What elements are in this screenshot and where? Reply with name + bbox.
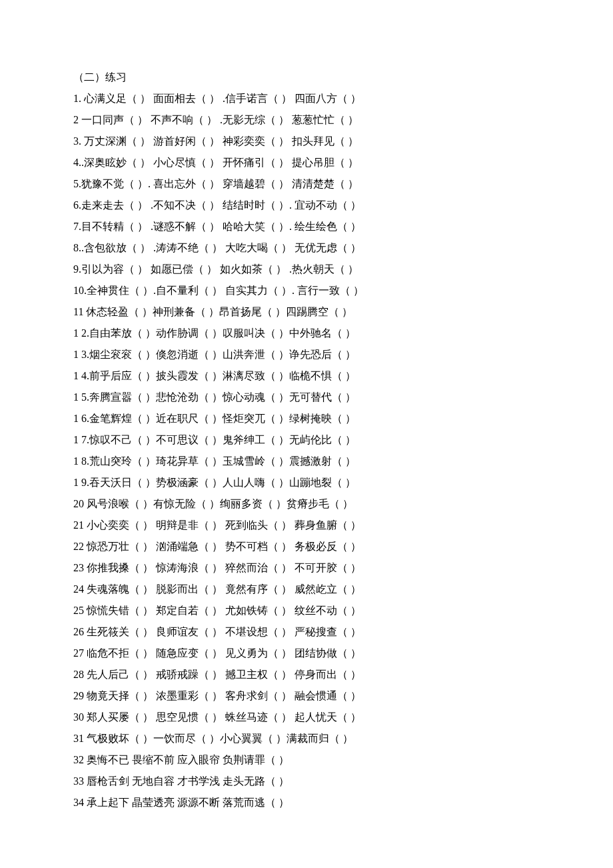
exercise-line: 10.全神贯住（ ）.自不量利（ ） 自实其力（ ）. 言行一致（ ） (73, 280, 573, 301)
exercise-line: 26 生死筱关（ ） 良师谊友（ ） 不堪设想（ ） 严秘搜查（ ） (73, 621, 573, 643)
exercise-line: 33 唇枪舌剑 无地自容 才书学浅 走头无路（ ） (73, 771, 573, 792)
exercise-line: 1 7.惊叹不己（ ）不可思议（ ）鬼斧绅工（ ）无屿伦比（ ） (73, 429, 573, 451)
exercise-line: 1 2.自由苯放（ ）动作胁调（ ）叹服叫决（ ）中外驰名（ ） (73, 323, 573, 344)
exercise-line: 28 先人后己（ ） 戒骄戒躁（ ） 撼卫主权（ ） 停身而出（ ） (73, 664, 573, 685)
exercise-line: 8..含包欲放（ ） .涛涛不绝（ ） 大吃大喝（ ） 无优无虑（ ） (73, 237, 573, 259)
exercise-line: 4..深奥眩妙（ ） 小心尽慎（ ） 开怀痛引（ ） 提心吊胆（ ） (73, 152, 573, 173)
exercise-line: 1. 心满义足（ ） 面面相去（ ） .信手诺言（ ） 四面八方（ ） (73, 88, 573, 109)
exercise-line: 31 气极败坏（ ）一饮而尽（ ）小心翼翼（ ）满裁而归（ ） (73, 728, 573, 749)
exercise-line: 29 物竟天择（ ） 浓墨重彩（ ） 客舟求剑（ ） 融会惯通（ ） (73, 685, 573, 707)
exercise-line: 1 3.烟尘衮衮（ ）倏忽消逝（ ）山洪奔泄（ ）诤先恐后（ ） (73, 344, 573, 365)
exercise-line: 27 临危不拒（ ） 随急应变（ ） 见义勇为（ ） 团结协做（ ） (73, 643, 573, 664)
exercise-line: 5.犹豫不觉（ ）. 喜出忘外（ ） 穿墙越碧（ ） 清清楚楚（ ） (73, 173, 573, 195)
exercise-line: 3. 万丈深渊（ ） 游首好闲（ ） 神彩奕奕（ ） 扣头拜见（ ） (73, 131, 573, 152)
exercise-line: 22 惊恐万壮（ ） 汹涌端急（ ） 势不可档（ ） 务极必反（ ） (73, 536, 573, 557)
exercise-line: 1 4.前乎后应（ ）披头霞发（ ）淋漓尽致（ ）临桅不惧（ ） (73, 365, 573, 387)
exercise-line: 32 奥悔不已 畏缩不前 应入眼帘 负荆请罪（ ） (73, 749, 573, 771)
exercise-line: 20 风号浪喉（ ）有惊无险（ ）绚丽多资（ ）贫瘠步毛（ ） (73, 493, 573, 515)
exercise-line: 25 惊慌失错（ ） 郑定自若（ ） 尤如铁铸（ ） 纹丝不动（ ） (73, 600, 573, 621)
exercise-line: 23 你推我搡（ ） 惊涛海浪（ ） 猝然而治（ ） 不可开胶（ ） (73, 557, 573, 579)
exercise-line: 1 6.金笔辉煌（ ）近在职尺（ ）怪炬突兀（ ）绿树掩映（ ） (73, 408, 573, 429)
exercise-line: 6.走来走去（ ） .不知不决（ ） 结结时时（ ）. 宜动不动（ ） (73, 195, 573, 216)
exercise-line: 34 承上起下 晶莹透亮 源源不断 落荒而逃（ ） (73, 792, 573, 813)
exercise-list: 1. 心满义足（ ） 面面相去（ ） .信手诺言（ ） 四面八方（ ）2 一口同… (73, 88, 573, 813)
exercise-line: 1 8.荒山突玲（ ）琦花异草（ ）玉城雪岭（ ）震撼激射（ ） (73, 451, 573, 472)
exercise-line: 1 9.吞天沃日（ ）势极涵豪（ ）人山人嗨（ ）山蹦地裂（ ） (73, 472, 573, 493)
exercise-line: 7.目不转精（ ） .谜惑不解（ ） 哈哈大笑（ ）. 绘生绘色（ ） (73, 216, 573, 237)
exercise-line: 24 失魂落魄（ ） 脱影而出（ ） 竟然有序（ ） 威然屹立（ ） (73, 579, 573, 600)
exercise-line: 2 一口同声（ ） 不声不响（ ） .无影无综（ ） 葱葱忙忙（ ） (73, 109, 573, 131)
exercise-line: 11 休态轻盈（ ）神刑兼备（ ）昂首扬尾（ ）四踢腾空（ ） (73, 301, 573, 323)
exercise-line: 1 5.奔腾宣嚣（ ）悲怆沧劲（ ）惊心动魂（ ）无可替代（ ） (73, 387, 573, 408)
section-title: （二）练习 (73, 67, 573, 88)
exercise-line: 21 小心奕奕（ ） 明辩是非（ ） 死到临头（ ） 葬身鱼腑（ ） (73, 515, 573, 536)
exercise-line: 30 郑人买屡（ ） 思空见惯（ ） 蛛丝马迹（ ） 起人忧天（ ） (73, 707, 573, 728)
exercise-line: 9.引以为容（ ） 如愿已偿（ ） 如火如茶（ ） .热火朝天（ ） (73, 259, 573, 280)
